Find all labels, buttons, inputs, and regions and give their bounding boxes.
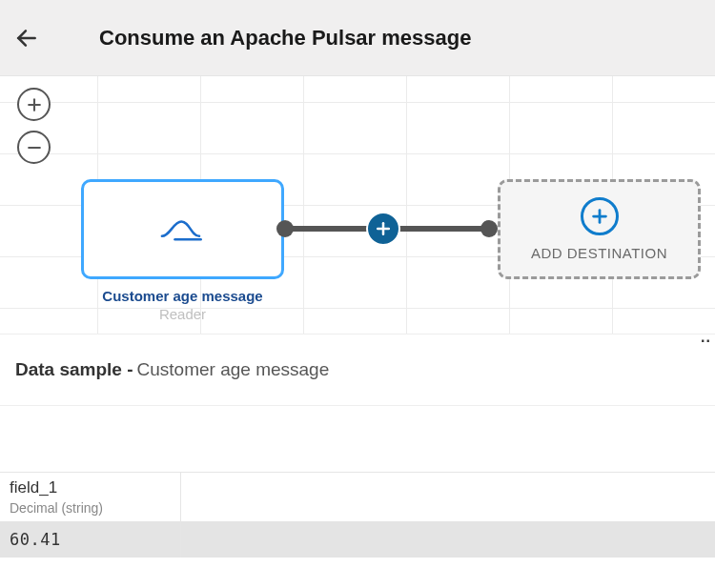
plus-icon bbox=[25, 95, 44, 114]
data-sample-header: .. Data sample - Customer age message bbox=[0, 334, 715, 405]
column-header[interactable]: field_1 Decimal (string) bbox=[0, 473, 181, 521]
back-button[interactable] bbox=[0, 0, 53, 76]
plus-icon bbox=[374, 219, 393, 238]
source-node-type: Reader bbox=[81, 306, 284, 322]
add-destination-label: ADD DESTINATION bbox=[531, 245, 667, 261]
zoom-in-button[interactable] bbox=[17, 88, 51, 121]
data-sample-table: field_1 Decimal (string) 60.41 bbox=[0, 472, 715, 558]
source-node-label: Customer age message Reader bbox=[81, 288, 284, 322]
table-header-row: field_1 Decimal (string) bbox=[0, 473, 715, 521]
overflow-indicator: .. bbox=[701, 329, 711, 346]
zoom-out-button[interactable] bbox=[17, 131, 51, 164]
app-header: Consume an Apache Pulsar message bbox=[0, 0, 715, 76]
table-row: 60.41 bbox=[0, 521, 715, 558]
add-processor-button[interactable] bbox=[366, 212, 400, 246]
page-title: Consume an Apache Pulsar message bbox=[99, 26, 471, 51]
column-name: field_1 bbox=[10, 478, 171, 497]
column-type: Decimal (string) bbox=[10, 500, 171, 516]
zoom-controls bbox=[17, 88, 51, 164]
edge-endpoint-right[interactable] bbox=[480, 220, 498, 237]
source-node[interactable] bbox=[81, 179, 284, 279]
source-icon bbox=[158, 213, 208, 246]
minus-icon bbox=[25, 138, 44, 157]
pipeline-canvas[interactable]: Customer age message Reader ADD DESTINAT… bbox=[0, 76, 715, 334]
plus-circle-icon bbox=[581, 197, 619, 235]
edge-endpoint-left[interactable] bbox=[276, 220, 294, 237]
spacer bbox=[0, 405, 715, 472]
data-sample-prefix: Data sample - bbox=[15, 359, 133, 380]
arrow-left-icon bbox=[14, 26, 39, 51]
table-cell[interactable]: 60.41 bbox=[0, 521, 181, 558]
data-sample-source-name: Customer age message bbox=[137, 359, 330, 380]
add-destination-node[interactable]: ADD DESTINATION bbox=[498, 179, 701, 279]
source-node-name: Customer age message bbox=[81, 288, 284, 304]
